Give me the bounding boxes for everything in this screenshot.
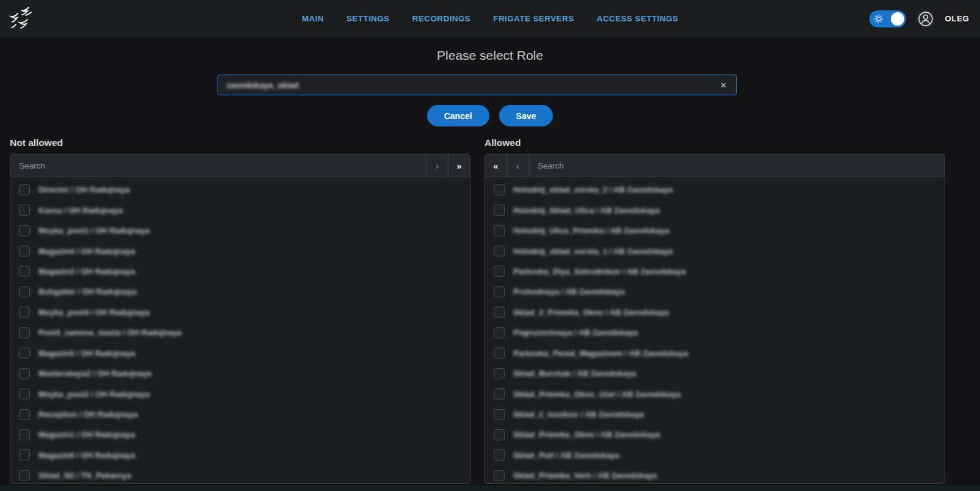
item-checkbox[interactable] xyxy=(19,184,30,195)
list-item[interactable]: Holodnij_sklad_vorota_1 / AB Zavodskaya xyxy=(485,241,945,261)
item-checkbox[interactable] xyxy=(19,388,30,399)
item-checkbox[interactable] xyxy=(19,266,30,277)
list-item[interactable]: Magazin4 / OH Radujnaya xyxy=(10,241,470,261)
list-item[interactable]: Pogruzochnaya / AB Zavodskaya xyxy=(485,322,945,343)
item-label: Reception / OH Radujnaya xyxy=(38,410,138,419)
list-item[interactable]: Magazin5 / OH Radujnaya xyxy=(10,343,470,363)
item-checkbox[interactable] xyxy=(494,470,505,481)
item-label: Post4_zamena_masla / OH Radujnaya xyxy=(38,328,181,337)
clear-input-x-icon[interactable]: × xyxy=(718,79,729,92)
nav-item-access-settings[interactable]: ACCESS SETTINGS xyxy=(597,14,679,23)
horizontal-scrollbar[interactable] xyxy=(0,486,980,491)
list-item[interactable]: Sklad_Burchak / AB Zavodskaya xyxy=(485,363,945,384)
item-checkbox[interactable] xyxy=(19,307,30,318)
username-label[interactable]: OLEG xyxy=(945,14,969,23)
item-label: Sklad_Pult / AB Zavodskaya xyxy=(513,451,620,460)
item-checkbox[interactable] xyxy=(19,368,30,379)
theme-toggle[interactable] xyxy=(869,10,906,27)
item-label: Sklad_Burchak / AB Zavodskaya xyxy=(513,369,636,378)
item-label: Buhgalter / OH Radujnaya xyxy=(38,287,136,296)
item-checkbox[interactable] xyxy=(494,347,505,358)
list-item[interactable]: Sklad_Priemka_Okno / AB Zavodskaya xyxy=(485,424,945,445)
item-checkbox[interactable] xyxy=(19,246,30,256)
list-item[interactable]: Post4_zamena_masla / OH Radujnaya xyxy=(10,322,470,343)
item-checkbox[interactable] xyxy=(19,205,30,216)
list-item[interactable]: Buhgalter / OH Radujnaya xyxy=(10,282,470,302)
item-label: Moyka_post4 / OH Radujnaya xyxy=(38,308,150,317)
sun-icon xyxy=(874,14,883,24)
item-label: Moyka_post1 / OH Radujnaya xyxy=(38,226,150,235)
item-label: Sklad_2_hozdvor / AB Zavodskaya xyxy=(513,410,644,419)
item-label: Magazin5 / OH Radujnaya xyxy=(38,349,135,358)
item-label: Holodnij_sklad_vorota_2 / AB Zavodskaya xyxy=(513,185,673,194)
list-item[interactable]: Parkovka_Pered_Magazinom / AB Zavodskaya xyxy=(485,343,945,363)
header-right-controls: OLEG xyxy=(869,10,969,27)
list-item[interactable]: Magazin3 / OH Radujnaya xyxy=(10,261,470,282)
item-checkbox[interactable] xyxy=(494,327,505,338)
not-allowed-search-input[interactable] xyxy=(10,155,426,176)
nav-item-recordings[interactable]: RECORDINGS xyxy=(412,14,471,23)
item-checkbox[interactable] xyxy=(494,184,505,195)
list-item[interactable]: Magazin1 / OH Radujnaya xyxy=(10,424,470,445)
item-checkbox[interactable] xyxy=(494,205,505,216)
list-item[interactable]: Parkovka_Dlya_Sotrudnikov / AB Zavodskay… xyxy=(485,261,945,282)
nav-item-main[interactable]: MAIN xyxy=(302,14,324,23)
item-label: Holodnij_sklad_vorota_1 / AB Zavodskaya xyxy=(513,247,673,256)
nav-item-settings[interactable]: SETTINGS xyxy=(346,14,390,23)
item-checkbox[interactable] xyxy=(494,266,505,277)
list-item[interactable]: Holodnij_Ulica_Priemka / AB Zavodskaya xyxy=(485,220,945,241)
item-checkbox[interactable] xyxy=(494,225,505,236)
move-all-left-button double-chevron-left-icon[interactable]: « xyxy=(485,155,507,176)
cancel-button[interactable]: Cancel xyxy=(427,105,489,126)
save-button[interactable]: Save xyxy=(499,105,554,126)
list-item[interactable]: Sklad_N2 / TN_Pekarnya xyxy=(10,465,470,484)
item-checkbox[interactable] xyxy=(494,246,505,256)
list-item[interactable]: Sklad_2_hozdvor / AB Zavodskaya xyxy=(485,404,945,424)
item-checkbox[interactable] xyxy=(19,470,30,481)
nav-item-frigate-servers[interactable]: FRIGATE SERVERS xyxy=(493,14,574,23)
item-checkbox[interactable] xyxy=(494,388,505,399)
item-checkbox[interactable] xyxy=(19,327,30,338)
list-item[interactable]: Sklad_Pult / AB Zavodskaya xyxy=(485,445,945,465)
not-allowed-heading: Not allowed xyxy=(10,137,63,148)
list-item[interactable]: Sklad_Priemka_Okno_Uzel / AB Zavodskaya xyxy=(485,384,945,404)
item-checkbox[interactable] xyxy=(19,286,30,297)
list-item[interactable]: Moyka_post4 / OH Radujnaya xyxy=(10,302,470,322)
item-label: Holodnij_Sklad_Ulica / AB Zavodskaya xyxy=(513,206,659,215)
list-item[interactable]: Director / OH Radujnaya xyxy=(10,180,470,200)
item-checkbox[interactable] xyxy=(19,225,30,236)
item-checkbox[interactable] xyxy=(19,449,30,460)
list-item[interactable]: Masterskaya2 / OH Radujnaya xyxy=(10,363,470,384)
item-checkbox[interactable] xyxy=(494,368,505,379)
list-item[interactable]: Sklad_Priemka_Verh / AB Zavodskaya xyxy=(485,465,945,484)
allowed-search-input[interactable] xyxy=(529,155,945,176)
item-checkbox[interactable] xyxy=(494,409,505,420)
list-item[interactable]: Sklad_2_Priemka_Okno / AB Zavodskaya xyxy=(485,302,945,322)
list-item[interactable]: Holodnij_Sklad_Ulica / AB Zavodskaya xyxy=(485,200,945,220)
list-item[interactable]: Moyka_post1 / OH Radujnaya xyxy=(10,220,470,241)
frigate-birds-logo-icon[interactable] xyxy=(9,5,35,32)
list-item[interactable]: Kassa / OH Radujnaya xyxy=(10,200,470,220)
item-checkbox[interactable] xyxy=(19,409,30,420)
item-label: Sklad_Priemka_Okno / AB Zavodskaya xyxy=(513,430,660,439)
list-item[interactable]: Moyka_post2 / OH Radujnaya xyxy=(10,384,470,404)
item-checkbox[interactable] xyxy=(494,286,505,297)
role-input[interactable]: zavodskaya_sklad × xyxy=(218,75,737,95)
list-item[interactable]: Holodnij_sklad_vorota_2 / AB Zavodskaya xyxy=(485,180,945,200)
list-item[interactable]: Magazin6 / OH Radujnaya xyxy=(10,445,470,465)
item-label: Kassa / OH Radujnaya xyxy=(38,206,123,215)
move-selected-right-button chevron-right-icon[interactable]: › xyxy=(426,155,448,176)
item-checkbox[interactable] xyxy=(19,347,30,358)
move-all-right-button double-chevron-right-icon[interactable]: » xyxy=(448,155,470,176)
list-item[interactable]: Reception / OH Radujnaya xyxy=(10,404,470,424)
form-actions: Cancel Save xyxy=(0,105,980,126)
item-checkbox[interactable] xyxy=(494,307,505,318)
item-checkbox[interactable] xyxy=(19,429,30,440)
allowed-panel: « ‹ Holodnij_sklad_vorota_2 / AB Zavodsk… xyxy=(485,154,945,484)
move-selected-left-button chevron-left-icon[interactable]: ‹ xyxy=(507,155,529,176)
item-label: Holodnij_Ulica_Priemka / AB Zavodskaya xyxy=(513,226,669,235)
list-item[interactable]: Prohodnaya / AB Zavodskaya xyxy=(485,282,945,302)
item-checkbox[interactable] xyxy=(494,429,505,440)
user-avatar[interactable] xyxy=(917,10,934,27)
item-checkbox[interactable] xyxy=(494,449,505,460)
